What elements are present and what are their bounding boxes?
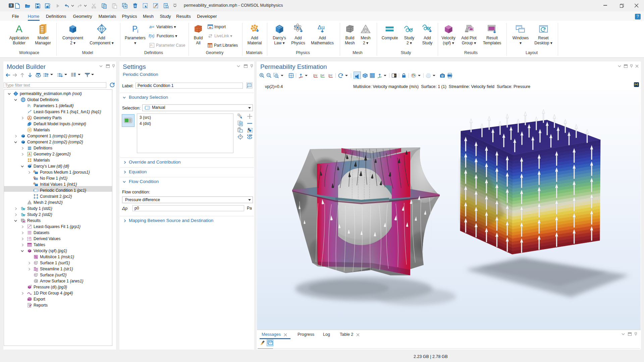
- svg-text:A: A: [29, 116, 31, 120]
- svg-text:Pᵢ: Pᵢ: [150, 44, 153, 47]
- svg-text:A: A: [16, 24, 22, 34]
- svg-text:a=: a=: [149, 25, 154, 29]
- svg-text:Pᵢ: Pᵢ: [28, 104, 31, 108]
- svg-text:f(x): f(x): [149, 34, 154, 38]
- svg-text:A: A: [29, 152, 31, 156]
- svg-text:xy: xy: [315, 74, 317, 77]
- svg-text:e-12: e-12: [27, 239, 32, 241]
- svg-text:i: i: [137, 28, 138, 34]
- svg-text:yz: yz: [322, 74, 324, 77]
- svg-text:Δu: Δu: [318, 24, 325, 31]
- svg-text:xz: xz: [330, 74, 332, 77]
- svg-text:P: P: [132, 24, 138, 33]
